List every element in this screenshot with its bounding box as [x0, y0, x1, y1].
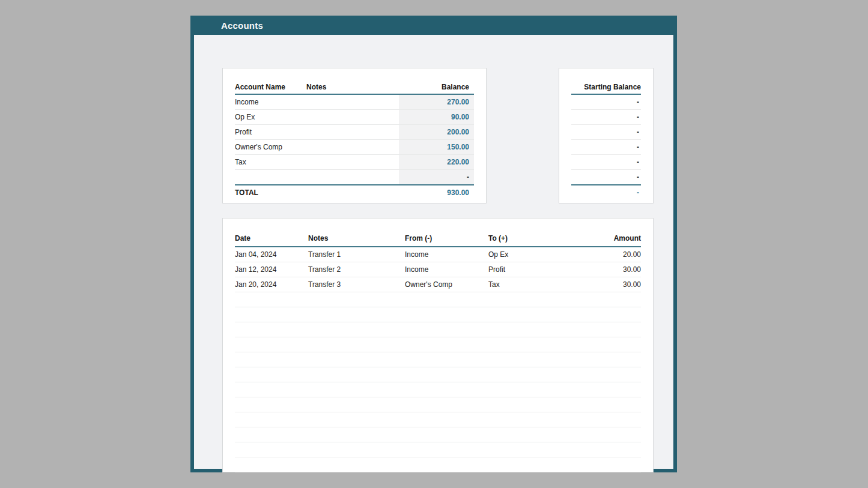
amount-cell: [572, 337, 641, 352]
column-header-to: To (+): [488, 234, 572, 242]
empty-table-row: [235, 412, 641, 427]
starting-balance-cell: -: [637, 140, 641, 154]
notes-cell: [306, 110, 399, 124]
from-account-cell: [405, 337, 488, 352]
empty-table-row: [235, 292, 641, 307]
account-name-cell: Owner's Comp: [235, 140, 306, 154]
notes-cell: Transfer 2: [308, 262, 405, 277]
notes-cell: [308, 352, 405, 367]
starting-balance-header-row: Starting Balance: [571, 80, 641, 95]
notes-cell: [306, 140, 399, 154]
account-name-cell: [235, 170, 306, 184]
table-row: -: [571, 140, 641, 155]
amount-cell: [572, 292, 641, 307]
from-account-cell: [405, 322, 488, 337]
amount-cell: [572, 442, 641, 457]
from-account-cell: Income: [405, 262, 488, 277]
to-account-cell: [488, 322, 572, 337]
to-account-cell: [488, 412, 572, 427]
date-cell: [235, 397, 308, 412]
empty-table-row: [235, 427, 641, 442]
balance-cell: 270.00: [399, 95, 474, 109]
starting-balance-cell: -: [637, 155, 641, 169]
to-account-cell: [488, 427, 572, 442]
amount-cell: 30.00: [572, 262, 641, 277]
accounts-panel: Accounts Account Name Notes Balance Inco…: [190, 16, 677, 472]
to-account-cell: [488, 292, 572, 307]
date-cell: Jan 04, 2024: [235, 247, 308, 262]
starting-balance-cell: -: [637, 110, 641, 124]
notes-cell: [306, 155, 399, 169]
amount-cell: [572, 352, 641, 367]
amount-cell: [572, 382, 641, 397]
column-header-account-name: Account Name: [235, 83, 306, 91]
notes-cell: [308, 442, 405, 457]
amount-cell: 30.00: [572, 277, 641, 292]
table-row: Jan 20, 2024Transfer 3Owner's CompTax30.…: [235, 277, 641, 292]
transfers-table-body: Jan 04, 2024Transfer 1IncomeOp Ex20.00Ja…: [235, 247, 641, 472]
account-name-cell: Profit: [235, 125, 306, 139]
amount-cell: [572, 307, 641, 322]
column-header-from: From (-): [405, 234, 488, 242]
empty-table-row: [235, 397, 641, 412]
starting-balance-card: Starting Balance ------ -: [559, 68, 654, 203]
notes-cell: [308, 337, 405, 352]
empty-table-row: [235, 307, 641, 322]
notes-cell: [308, 322, 405, 337]
account-name-cell: Tax: [235, 155, 306, 169]
starting-balance-cell: -: [637, 95, 641, 109]
amount-cell: [572, 427, 641, 442]
empty-table-row: [235, 322, 641, 337]
to-account-cell: [488, 397, 572, 412]
empty-table-row: [235, 352, 641, 367]
table-row: Profit200.00: [235, 125, 474, 140]
amount-cell: [572, 367, 641, 382]
to-account-cell: [488, 337, 572, 352]
date-cell: Jan 12, 2024: [235, 262, 308, 277]
notes-cell: [308, 307, 405, 322]
balance-cell: 90.00: [399, 110, 474, 124]
column-header-notes: Notes: [308, 234, 405, 242]
date-cell: [235, 457, 308, 472]
to-account-cell: [488, 382, 572, 397]
from-account-cell: [405, 352, 488, 367]
from-account-cell: [405, 292, 488, 307]
column-header-date: Date: [235, 234, 308, 242]
empty-table-row: [235, 337, 641, 352]
from-account-cell: Owner's Comp: [405, 277, 488, 292]
to-account-cell: [488, 457, 572, 472]
amount-cell: [572, 457, 641, 472]
panel-body: Account Name Notes Balance Income270.00O…: [194, 35, 673, 469]
to-account-cell: [488, 352, 572, 367]
accounts-total-row: TOTAL 930.00: [235, 184, 474, 200]
amount-cell: [572, 397, 641, 412]
table-row: Op Ex90.00: [235, 110, 474, 125]
from-account-cell: [405, 382, 488, 397]
page-title: Accounts: [190, 20, 263, 31]
transfers-card: Date Notes From (-) To (+) Amount Jan 04…: [222, 218, 654, 472]
amount-cell: [572, 412, 641, 427]
to-account-cell: [488, 307, 572, 322]
amount-cell: 20.00: [572, 247, 641, 262]
date-cell: [235, 307, 308, 322]
date-cell: [235, 382, 308, 397]
notes-cell: [308, 382, 405, 397]
from-account-cell: [405, 397, 488, 412]
column-header-balance: Balance: [399, 83, 474, 91]
starting-balance-table-body: ------: [571, 95, 641, 185]
to-account-cell: Op Ex: [488, 247, 572, 262]
starting-balance-cell: -: [637, 125, 641, 139]
from-account-cell: [405, 442, 488, 457]
date-cell: [235, 427, 308, 442]
table-row: Owner's Comp150.00: [235, 140, 474, 155]
from-account-cell: [405, 427, 488, 442]
column-header-starting-balance: Starting Balance: [584, 83, 641, 91]
table-row: Jan 12, 2024Transfer 2IncomeProfit30.00: [235, 262, 641, 277]
total-label: TOTAL: [235, 188, 306, 197]
date-cell: [235, 337, 308, 352]
starting-balance-cell: -: [637, 170, 641, 184]
empty-table-row: [235, 367, 641, 382]
accounts-balance-card: Account Name Notes Balance Income270.00O…: [222, 68, 487, 203]
starting-balance-total-value: -: [637, 188, 641, 197]
table-row: -: [571, 170, 641, 185]
